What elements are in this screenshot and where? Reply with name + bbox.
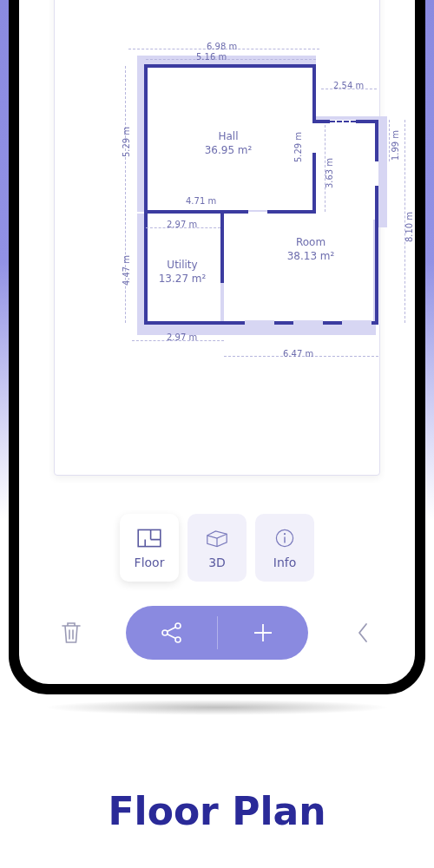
dim-right-full: 8.10 m: [404, 212, 414, 242]
trash-icon: [60, 620, 82, 646]
room-label-utility: Utility 13.27 m²: [159, 259, 207, 286]
tab-label: Info: [273, 556, 297, 569]
dim-left-lower: 4.47 m: [122, 255, 131, 286]
svg-point-9: [162, 630, 168, 635]
room-label-room: Room 38.13 m²: [287, 236, 335, 263]
dim-inner-v2: 3.63 m: [325, 158, 334, 188]
back-button[interactable]: [345, 615, 380, 650]
share-button[interactable]: [155, 615, 189, 650]
svg-line-13: [167, 635, 175, 639]
svg-point-11: [175, 637, 181, 642]
dim-util-top: 2.97 m: [167, 220, 197, 229]
page-title: Floor Plan: [0, 789, 434, 833]
info-icon: [271, 526, 299, 550]
delete-button[interactable]: [54, 615, 89, 650]
svg-point-7: [284, 533, 286, 535]
phone-frame: Hall 36.95 m² Room 38.13 m² Utility 13.2…: [9, 0, 425, 694]
dim-hall-bottom: 4.71 m: [186, 196, 216, 206]
dim-inner-v1: 5.29 m: [293, 132, 303, 162]
cube-icon: [203, 526, 231, 550]
tab-floor[interactable]: Floor: [120, 514, 179, 582]
add-button[interactable]: [246, 615, 280, 650]
room-name: Room: [287, 236, 335, 250]
chevron-left-icon: [355, 621, 371, 645]
bottom-toolbar: [19, 606, 415, 660]
dim-notch-h: 1.99 m: [391, 130, 400, 161]
dim-top-inner: 5.16 m: [196, 52, 227, 62]
plus-icon: [250, 620, 276, 646]
svg-rect-0: [138, 529, 161, 546]
dim-top-outer: 6.98 m: [207, 42, 237, 51]
share-icon: [159, 620, 185, 646]
room-area: 13.27 m²: [159, 273, 207, 286]
tab-info[interactable]: Info: [255, 514, 314, 582]
room-area: 36.95 m²: [205, 144, 253, 158]
phone-screen: Hall 36.95 m² Room 38.13 m² Utility 13.2…: [19, 0, 415, 684]
dim-left-upper: 5.29 m: [122, 127, 131, 157]
room-label-hall: Hall 36.95 m²: [205, 130, 253, 157]
dim-util-bottom: 2.97 m: [167, 332, 197, 342]
tab-3d[interactable]: 3D: [187, 514, 247, 582]
floorplan-icon: [135, 526, 163, 550]
floorplan-drawing: Hall 36.95 m² Room 38.13 m² Utility 13.2…: [120, 40, 389, 357]
floorplan-canvas[interactable]: Hall 36.95 m² Room 38.13 m² Utility 13.2…: [54, 0, 380, 476]
room-name: Utility: [159, 259, 207, 273]
svg-line-12: [167, 628, 175, 632]
dim-notch-w: 2.54 m: [333, 81, 364, 90]
svg-point-10: [175, 623, 181, 628]
tab-label: Floor: [135, 556, 165, 569]
view-tabs: Floor 3D Info: [19, 514, 415, 582]
phone-shadow: [43, 700, 391, 715]
room-area: 38.13 m²: [287, 250, 335, 264]
dim-room-bottom: 6.47 m: [283, 349, 313, 358]
action-pill: [126, 606, 308, 660]
pill-divider: [217, 616, 218, 649]
room-name: Hall: [205, 130, 253, 144]
tab-label: 3D: [208, 556, 226, 569]
